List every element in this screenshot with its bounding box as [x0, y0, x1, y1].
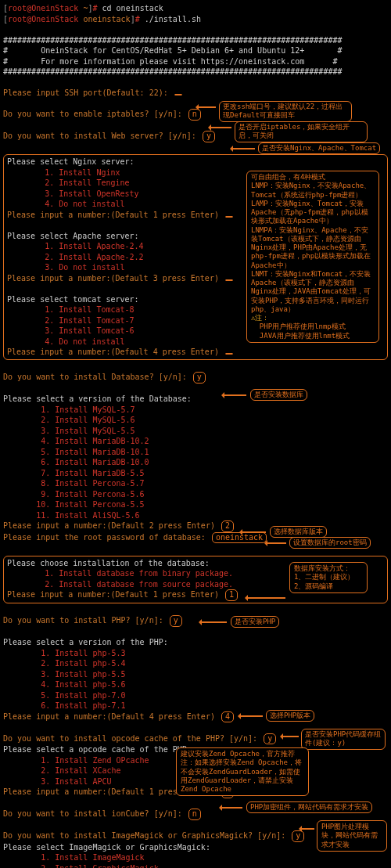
- arrow-icon: [246, 597, 285, 599]
- ioncube-input[interactable]: n: [188, 809, 201, 820]
- list-item: 2. Install GraphicsMagick: [3, 863, 388, 869]
- arrow-icon: [241, 531, 266, 533]
- list-item: 10. Install Percona-5.5: [3, 499, 388, 510]
- arrow-icon: [282, 736, 299, 737]
- php-callout: 是否安装PHP: [231, 616, 279, 628]
- shell-prompt-1: [root@OneinStack ~]# cd oneinstack: [3, 3, 388, 14]
- arrow-icon: [231, 148, 255, 149]
- list-item: 5. Install php-7.0: [3, 690, 388, 701]
- phpver-num-input[interactable]: 4: [221, 711, 234, 723]
- db-callout: 是否安装数据库: [250, 389, 307, 401]
- list-item: 11. Install AliSQL-5.6: [3, 510, 388, 521]
- list-item: 3. Install php-5.5: [3, 669, 388, 680]
- webserver-modes-callout: 可自由组合，有4种模式 LNMP：安装Nginx，不安装Apache、Tomca…: [246, 171, 379, 343]
- arrow-icon: [266, 542, 286, 544]
- list-item: 4. Install MariaDB-10.2: [3, 436, 388, 447]
- nginx-head: Please select Nginx server:: [7, 157, 384, 167]
- db-input[interactable]: y: [193, 372, 206, 384]
- imagick-input[interactable]: y: [292, 830, 304, 842]
- dbinst-num-input[interactable]: 1: [225, 589, 238, 601]
- ioncube-callout: PHP加密组件，网站代码有需求才安装: [246, 801, 372, 813]
- phpver-head: Please select a version of the PHP:: [3, 637, 388, 648]
- banner-rule: [3, 24, 388, 35]
- list-item: 8. Install Percona-5.7: [3, 478, 388, 489]
- banner-line-1: # OneinStack for CentOS/RedHat 5+ Debian…: [3, 45, 388, 56]
- db-row: Do you want to install Database? [y/n]: …: [3, 372, 388, 384]
- tomcat-num-input[interactable]: [225, 353, 233, 355]
- dbver-callout: 选择数据库版本: [270, 526, 327, 538]
- list-item: 1. Install MySQL-5.7: [3, 405, 388, 416]
- imagick-callout: PHP图片处理模块，网站代码有需求才安装: [317, 820, 387, 852]
- webserver-input[interactable]: y: [203, 131, 215, 142]
- opcache-callout: 是否安装PHP代码缓存组件(建议：y): [301, 729, 386, 750]
- list-item: 1. Install php-5.3: [3, 648, 388, 659]
- dbver-num: Please input a number:(Default 2 press E…: [3, 520, 388, 532]
- shell-prompt-2: [root@OneinStack oneinstack]# ./install.…: [3, 14, 388, 25]
- webserver-callout: 是否安装Nginx、Apache、Tomcat: [258, 142, 380, 154]
- arrow-icon: [223, 394, 246, 396]
- dbinst-callout: 数据库安装方式： 1、二进制（建议） 2、源码编译: [289, 562, 368, 593]
- dbver-head: Please select a version of the Database:: [3, 394, 388, 405]
- arrow-icon: [197, 106, 216, 108]
- ssh-input[interactable]: [174, 94, 182, 95]
- nginx-num-input[interactable]: [225, 216, 233, 218]
- apache-num-input[interactable]: [225, 279, 233, 281]
- opsel-callout: 建议安装Zend Opcache，官方推荐 注：如果选择安装Zend Opcac…: [176, 747, 309, 796]
- phpver-num: Please input a number:(Default 4 press E…: [3, 711, 388, 723]
- arrow-icon: [210, 127, 231, 128]
- phpver-callout: 选择PHP版本: [266, 710, 314, 722]
- banner-rule-top: ########################################…: [3, 35, 388, 46]
- list-item: 7. Install MariaDB-5.5: [3, 468, 388, 479]
- list-item: 2. Install MySQL-5.6: [3, 415, 388, 426]
- iptables-callout: 是否开启iptables，如果安全组开启，可关闭: [235, 121, 368, 142]
- opcache-input[interactable]: y: [264, 733, 276, 745]
- list-item: 6. Install php-7.1: [3, 701, 388, 711]
- banner-rule-bot: ########################################…: [3, 67, 388, 77]
- list-item: 5. Install MariaDB-10.1: [3, 447, 388, 458]
- dbver-num-input[interactable]: 2: [221, 520, 234, 532]
- arrow-icon: [300, 828, 314, 830]
- banner-line-2: # For more information please visit http…: [3, 56, 388, 67]
- arrow-icon: [239, 715, 263, 717]
- arrow-icon: [200, 621, 227, 623]
- list-item: 4. Install php-5.6: [3, 679, 388, 690]
- arrow-icon: [221, 807, 242, 809]
- list-item: 2. Install php-5.4: [3, 658, 388, 669]
- list-item: 6. Install MariaDB-10.0: [3, 457, 388, 468]
- tomcat-num: Please input a number:(Default 4 press E…: [7, 347, 384, 358]
- ssh-callout: 更改ssh端口号，建议默认22，过程出现Default可直接回车: [219, 101, 352, 122]
- list-item: 1. Install ImageMagick: [3, 852, 388, 863]
- iptables-input[interactable]: n: [188, 109, 201, 121]
- ssh-row: Please input SSH port(Default: 22):: [3, 88, 388, 99]
- list-item: 3. Install MySQL-5.5: [3, 426, 388, 437]
- dbpw-callout: 设置数据库的root密码: [289, 537, 371, 549]
- list-item: 9. Install Percona-5.6: [3, 489, 388, 500]
- php-input[interactable]: y: [170, 615, 182, 627]
